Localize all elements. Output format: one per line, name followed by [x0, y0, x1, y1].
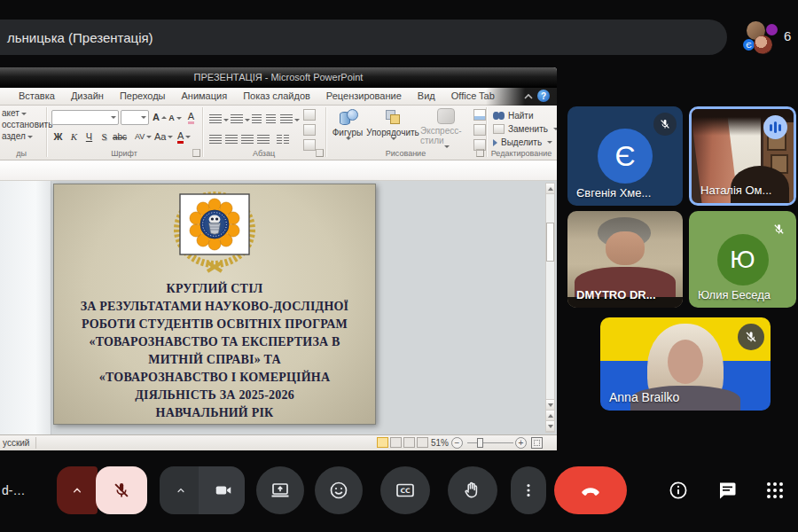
tab-animations[interactable]: Анимация — [173, 88, 235, 105]
language-indicator[interactable]: усский — [3, 438, 29, 448]
paragraph-dialog-launcher[interactable] — [316, 149, 324, 157]
font-size-combo[interactable] — [121, 110, 149, 125]
paragraph-group-label: Абзац — [202, 149, 325, 158]
slide-thumbnails-panel[interactable] — [0, 181, 51, 434]
captions-button[interactable]: CC — [380, 466, 430, 514]
present-screen-button[interactable] — [256, 466, 304, 514]
decrease-indent-button[interactable] — [252, 112, 262, 128]
meeting-code[interactable]: d-… — [2, 483, 25, 497]
zoom-out-button[interactable]: − — [451, 437, 463, 449]
vertical-scrollbar[interactable] — [545, 183, 555, 433]
next-slide-button[interactable] — [546, 421, 554, 432]
avatar: Є — [598, 129, 653, 184]
zoom-slider-track[interactable] — [467, 442, 513, 443]
slide-sorter-view-button[interactable] — [390, 437, 402, 448]
help-icon[interactable]: ? — [537, 90, 550, 102]
slide-title-line: ЗА РЕЗУЛЬТАТАМИ НАУКОВО-ДОСЛІДНОЇ — [54, 298, 375, 316]
align-right-button[interactable] — [241, 132, 254, 148]
meeting-title-pill[interactable]: льницька (Презентація) — [0, 20, 727, 55]
zoom-in-button[interactable]: + — [515, 437, 527, 449]
font-group-label: Шрифт — [46, 149, 202, 158]
columns-button[interactable] — [277, 132, 289, 148]
grow-font-button[interactable]: A — [153, 110, 167, 124]
normal-view-button[interactable] — [377, 437, 388, 448]
drawing-dialog-launcher[interactable] — [476, 149, 484, 157]
section-button[interactable]: аздел — [2, 131, 33, 141]
reactions-button[interactable] — [315, 466, 363, 514]
tab-view[interactable]: Вид — [410, 88, 443, 105]
zoom-level[interactable]: 51% — [431, 438, 449, 448]
participant-count[interactable]: 6 — [784, 28, 791, 43]
tab-review[interactable]: Рецензирование — [318, 88, 410, 105]
justify-button[interactable] — [257, 132, 270, 148]
raise-hand-icon — [462, 480, 483, 501]
camera-toggle-button[interactable] — [202, 481, 245, 500]
participant-tile[interactable]: DMYTRO DR... — [567, 211, 683, 308]
numbering-button[interactable] — [231, 112, 250, 128]
ppt-titlebar[interactable]: ПРЕЗЕНТАЦІЯ - Microsoft PowerPoint — [0, 67, 557, 88]
participant-tile[interactable]: Наталія Ом... — [689, 106, 796, 206]
fit-to-window-button[interactable] — [531, 437, 543, 449]
tab-slideshow[interactable]: Показ слайдов — [235, 88, 318, 105]
align-text-button[interactable] — [303, 124, 316, 136]
previous-slide-button[interactable] — [546, 410, 554, 421]
tab-design[interactable]: Дизайн — [63, 88, 112, 105]
font-color-button[interactable]: A — [177, 129, 191, 144]
zoom-slider-thumb[interactable] — [477, 438, 483, 448]
bullets-button[interactable] — [209, 112, 229, 128]
slideshow-view-button[interactable] — [417, 437, 428, 448]
select-button[interactable]: Выделить — [493, 137, 552, 147]
apps-grid-button[interactable] — [764, 480, 786, 501]
reading-view-button[interactable] — [403, 437, 415, 448]
align-left-button[interactable] — [209, 132, 222, 148]
chevron-up-icon — [175, 484, 187, 497]
italic-button[interactable]: К — [67, 129, 81, 144]
participant-tile[interactable]: Є Євгенія Хме... — [567, 106, 683, 206]
clear-formatting-button[interactable]: A — [184, 110, 198, 124]
underline-button[interactable]: Ч — [82, 129, 96, 144]
tab-transitions[interactable]: Переходы — [112, 88, 174, 105]
arrange-button[interactable]: Упорядочить — [367, 108, 419, 140]
shapes-button[interactable]: Фигуры — [330, 108, 365, 140]
mic-toggle-button[interactable] — [96, 466, 147, 514]
scrollbar-thumb[interactable] — [546, 223, 554, 262]
layout-button[interactable]: акет — [2, 108, 27, 118]
character-spacing-button[interactable]: AV — [135, 129, 152, 144]
slide-title-line: КРУГЛИЙ СТІЛ — [54, 280, 375, 298]
university-emblem — [165, 188, 264, 273]
reset-button[interactable]: осстановить — [2, 120, 52, 129]
find-button[interactable]: Найти — [493, 111, 534, 121]
meeting-details-button[interactable] — [668, 480, 689, 501]
text-shadow-button[interactable]: S — [98, 129, 111, 144]
strikethrough-button[interactable]: abc — [113, 129, 127, 144]
chat-button[interactable] — [716, 480, 738, 501]
font-dialog-launcher[interactable] — [192, 149, 200, 157]
raise-hand-button[interactable] — [448, 466, 497, 514]
shrink-font-button[interactable]: A — [168, 111, 182, 125]
tab-insert[interactable]: Вставка — [11, 88, 63, 105]
more-options-button[interactable] — [511, 466, 546, 514]
font-name-combo[interactable] — [51, 110, 119, 125]
participant-tile[interactable]: Ю Юлия Беседа — [689, 211, 796, 308]
increase-indent-button[interactable] — [266, 112, 276, 128]
bold-button[interactable]: Ж — [51, 129, 65, 144]
align-center-button[interactable] — [225, 132, 238, 148]
camera-icon — [214, 481, 233, 500]
shape-outline-button[interactable] — [473, 124, 486, 136]
text-direction-button[interactable] — [303, 109, 316, 121]
quick-styles-button[interactable]: Экспресс-стили — [420, 108, 472, 148]
end-call-button[interactable] — [554, 466, 627, 514]
scroll-up-button[interactable] — [546, 184, 554, 194]
shape-fill-button[interactable] — [473, 109, 486, 121]
change-case-button[interactable]: Aa — [154, 129, 173, 144]
line-spacing-button[interactable] — [280, 112, 300, 128]
participant-name: Anna Brailko — [609, 390, 679, 404]
participant-tile[interactable]: Anna Brailko — [600, 317, 771, 411]
mic-options-button[interactable] — [57, 466, 98, 514]
avatar-initial: Є — [746, 41, 751, 50]
speaking-indicator-icon — [763, 115, 787, 139]
replace-button[interactable]: Заменить — [493, 124, 557, 134]
collapse-ribbon-icon[interactable] — [523, 91, 534, 102]
participants-avatar-cluster[interactable]: Є — [743, 20, 786, 59]
camera-options-button[interactable] — [160, 484, 202, 497]
